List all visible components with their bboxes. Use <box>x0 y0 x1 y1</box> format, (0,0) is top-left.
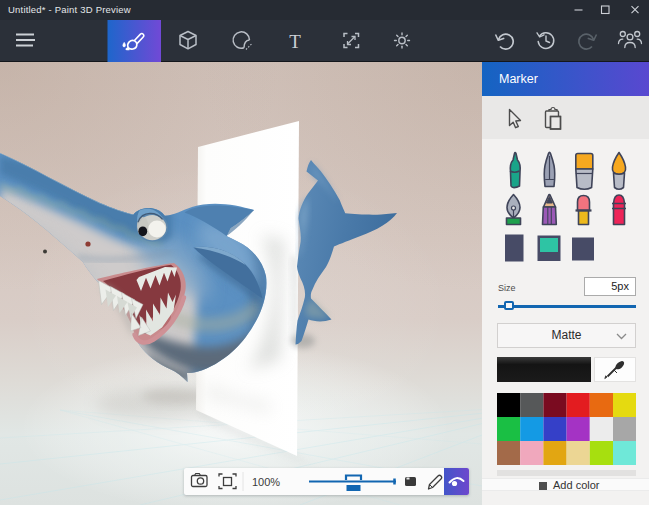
svg-text:T: T <box>289 31 301 52</box>
svg-text:100%: 100% <box>252 476 280 488</box>
